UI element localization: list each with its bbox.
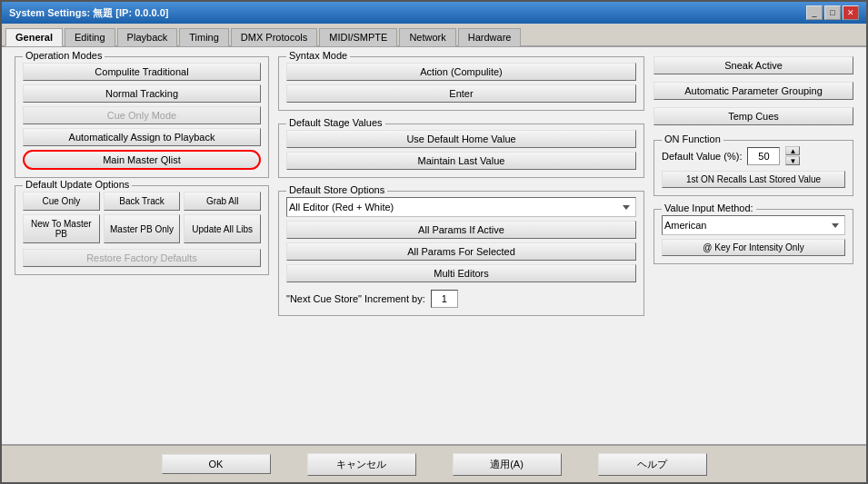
spinner-buttons: ▲ ▼ — [785, 146, 800, 165]
mid-column: Syntax Mode Action (Compulite) Enter Def… — [278, 56, 644, 435]
update-row-2: New To Master PB Master PB Only Update A… — [23, 214, 261, 243]
auto-assign-playback-button[interactable]: Automatically Assign to Playback — [23, 128, 261, 146]
key-intensity-only-button[interactable]: @ Key For Intensity Only — [662, 239, 845, 256]
default-store-options-label: Default Store Options — [286, 184, 387, 195]
master-pb-only-button[interactable]: Master PB Only — [104, 214, 181, 243]
right-column: Sneak Active Automatic Parameter Groupin… — [653, 56, 853, 435]
default-update-label: Default Update Options — [23, 179, 132, 190]
increment-input[interactable] — [431, 290, 458, 308]
store-options-select[interactable]: All Editor (Red + White) All Editors Red… — [286, 197, 636, 217]
main-area: Operation Modes Compulite Traditional No… — [15, 56, 853, 435]
automatic-param-grouping-button[interactable]: Automatic Parameter Grouping — [653, 82, 853, 100]
default-update-group: Default Update Options Cue Only Back Tra… — [15, 185, 269, 275]
tab-hardware[interactable]: Hardware — [458, 28, 522, 46]
back-track-button[interactable]: Back Track — [104, 192, 181, 211]
cancel-button[interactable]: キャンセル — [307, 453, 416, 476]
default-stage-values-group: Default Stage Values Use Default Home Va… — [278, 123, 644, 178]
action-compulite-button[interactable]: Action (Compulite) — [286, 63, 636, 81]
enter-button[interactable]: Enter — [286, 84, 636, 103]
store-options-select-row: All Editor (Red + White) All Editors Red… — [286, 197, 636, 217]
on-function-group: ON Function Default Value (%): ▲ ▼ 1st O… — [653, 140, 853, 196]
footer: OK キャンセル 適用(A) ヘルプ — [2, 444, 866, 482]
restore-factory-button[interactable]: Restore Factory Defaults — [23, 249, 261, 267]
recalls-last-stored-button[interactable]: 1st ON Recalls Last Stored Value — [662, 171, 845, 188]
compulite-traditional-button[interactable]: Compulite Traditional — [23, 63, 261, 81]
default-value-label: Default Value (%): — [662, 151, 742, 162]
tab-editing[interactable]: Editing — [65, 28, 115, 46]
ok-button[interactable]: OK — [162, 454, 271, 474]
main-master-qlist-button[interactable]: Main Master Qlist — [23, 150, 261, 170]
syntax-mode-label: Syntax Mode — [286, 50, 350, 61]
syntax-mode-group: Syntax Mode Action (Compulite) Enter — [278, 56, 644, 111]
new-to-master-button[interactable]: New To Master PB — [23, 214, 100, 243]
tab-midi-smpte[interactable]: MIDI/SMPTE — [319, 28, 397, 46]
cue-only-mode-button[interactable]: Cue Only Mode — [23, 106, 261, 124]
multi-editors-button[interactable]: Multi Editors — [286, 264, 636, 282]
close-button[interactable]: ✕ — [843, 5, 859, 20]
right-top-buttons: Sneak Active Automatic Parameter Groupin… — [653, 56, 853, 125]
content-area: Operation Modes Compulite Traditional No… — [2, 47, 866, 444]
operation-modes-label: Operation Modes — [23, 50, 105, 61]
update-all-libs-button[interactable]: Update All Libs — [184, 214, 261, 243]
update-row-1: Cue Only Back Track Grab All — [23, 192, 261, 211]
normal-tracking-button[interactable]: Normal Tracking — [23, 84, 261, 103]
value-input-method-group: Value Input Method: American European @ … — [653, 209, 853, 264]
tab-general[interactable]: General — [5, 28, 63, 46]
use-default-home-button[interactable]: Use Default Home Value — [286, 130, 636, 148]
increment-row: "Next Cue Store" Increment by: — [286, 290, 636, 308]
tabs-bar: General Editing Playback Timing DMX Prot… — [2, 24, 866, 47]
title-controls: _ □ ✕ — [806, 5, 859, 20]
sneak-active-button[interactable]: Sneak Active — [653, 56, 853, 74]
default-stage-values-label: Default Stage Values — [286, 117, 385, 128]
maximize-button[interactable]: □ — [824, 5, 841, 20]
minimize-button[interactable]: _ — [806, 5, 823, 20]
apply-button[interactable]: 適用(A) — [453, 453, 562, 476]
default-value-input[interactable] — [747, 147, 780, 165]
value-method-select[interactable]: American European — [662, 215, 845, 235]
left-column: Operation Modes Compulite Traditional No… — [15, 56, 269, 435]
help-button[interactable]: ヘルプ — [598, 453, 707, 476]
default-store-options-group: Default Store Options All Editor (Red + … — [278, 191, 644, 316]
main-window: System Settings: 無題 [IP: 0.0.0.0] _ □ ✕ … — [0, 0, 868, 484]
tab-dmx-protocols[interactable]: DMX Protocols — [231, 28, 317, 46]
value-method-select-row: American European — [662, 215, 845, 235]
value-input-method-label: Value Input Method: — [662, 202, 756, 213]
increment-label: "Next Cue Store" Increment by: — [286, 293, 425, 304]
all-params-active-button[interactable]: All Params If Active — [286, 221, 636, 239]
value-increment-button[interactable]: ▲ — [785, 146, 800, 155]
tab-timing[interactable]: Timing — [179, 28, 229, 46]
on-function-label: ON Function — [662, 133, 723, 144]
cue-only-button[interactable]: Cue Only — [23, 192, 100, 211]
maintain-last-value-button[interactable]: Maintain Last Value — [286, 152, 636, 170]
value-decrement-button[interactable]: ▼ — [785, 156, 800, 165]
temp-cues-button[interactable]: Temp Cues — [653, 107, 853, 125]
all-params-selected-button[interactable]: All Params For Selected — [286, 242, 636, 261]
operation-modes-group: Operation Modes Compulite Traditional No… — [15, 56, 269, 178]
window-title: System Settings: 無題 [IP: 0.0.0.0] — [9, 6, 168, 20]
title-bar: System Settings: 無題 [IP: 0.0.0.0] _ □ ✕ — [2, 2, 866, 24]
tab-playback[interactable]: Playback — [117, 28, 178, 46]
tab-network[interactable]: Network — [399, 28, 455, 46]
default-value-row: Default Value (%): ▲ ▼ — [662, 146, 845, 165]
grab-all-button[interactable]: Grab All — [184, 192, 261, 211]
